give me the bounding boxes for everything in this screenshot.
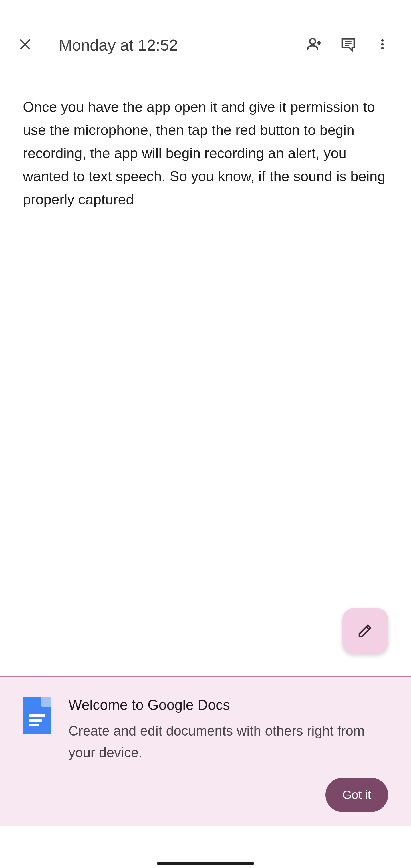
more-button[interactable] <box>365 31 400 59</box>
more-vert-icon <box>376 38 389 52</box>
got-it-button[interactable]: Got it <box>325 778 388 812</box>
document-title[interactable]: Monday at 12:52 <box>39 36 285 54</box>
close-icon <box>18 37 32 53</box>
svg-point-10 <box>381 47 384 49</box>
add-person-icon <box>306 36 322 54</box>
docs-app-icon <box>23 697 51 734</box>
svg-line-11 <box>367 627 369 629</box>
home-indicator[interactable] <box>157 862 254 865</box>
svg-point-2 <box>310 38 315 44</box>
comments-icon <box>340 36 356 53</box>
comments-button[interactable] <box>331 31 365 59</box>
close-button[interactable] <box>11 31 39 59</box>
welcome-title: Welcome to Google Docs <box>68 697 388 713</box>
pencil-icon <box>356 622 374 641</box>
svg-point-9 <box>381 43 384 45</box>
edit-fab[interactable] <box>343 608 388 654</box>
document-paragraph: Once you have the app open it and give i… <box>23 96 388 211</box>
add-person-button[interactable] <box>297 31 331 59</box>
welcome-panel: Welcome to Google Docs Create and edit d… <box>0 676 411 826</box>
welcome-description: Create and edit documents with others ri… <box>68 720 388 764</box>
svg-point-8 <box>381 39 384 41</box>
top-app-bar: Monday at 12:52 <box>0 0 411 61</box>
